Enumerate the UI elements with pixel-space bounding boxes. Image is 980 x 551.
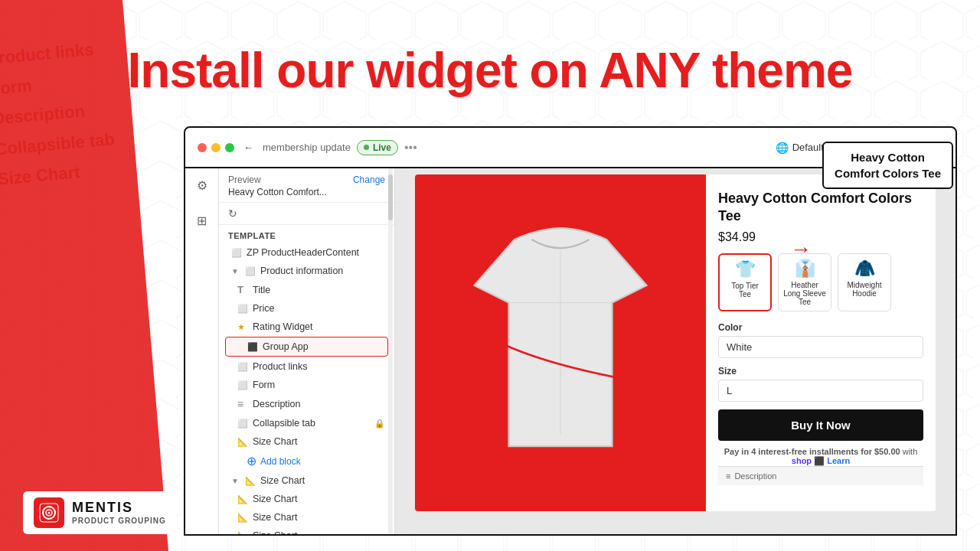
description-bar: ≡ Description (718, 466, 923, 485)
product-image-area (415, 174, 706, 511)
add-block-icon: ⊕ (247, 454, 256, 468)
price-icon: ⬜ (237, 304, 248, 314)
default-theme-label: Default (792, 142, 824, 153)
zp-header-label: ZP ProductHeaderContent (247, 247, 359, 258)
product-details: Heavy Cotton Comfort Colors Tee $34.99 👕… (706, 174, 936, 511)
product-preview: Heavy Cotton Comfort Colors Tee $34.99 👕… (415, 174, 936, 511)
installment-amount: $50.00 (874, 447, 900, 456)
product-info-arrow: ▼ (231, 267, 239, 276)
product-price: $34.99 (718, 230, 923, 244)
size-chart-2-label: Size Chart (253, 512, 297, 523)
add-block-button[interactable]: ⊕ Add block (219, 451, 394, 471)
rating-label: Rating Widget (253, 321, 313, 332)
size-chart-3-label: Size Chart (253, 530, 297, 534)
size-chart-section-arrow: ▼ (231, 477, 239, 485)
change-button[interactable]: Change (353, 174, 385, 185)
installment-learn[interactable]: Learn (827, 456, 850, 465)
size-label: Size (718, 366, 923, 377)
live-badge: Live (357, 140, 398, 155)
live-dot (364, 145, 369, 150)
tree-item-product-links[interactable]: ⬜ Product links (219, 357, 394, 376)
installment-prefix: Pay in 4 interest-free installments for (724, 447, 872, 456)
tree-item-product-info[interactable]: ▼ ⬜ Product information (219, 262, 394, 280)
tree-item-size-chart-section[interactable]: ▼ 📐 Size Chart (219, 471, 394, 490)
tree-item-title[interactable]: T Title (219, 280, 394, 299)
logo-sub: PRODUCT GROUPING (72, 517, 166, 526)
size-chart-section-icon: 📐 (245, 476, 256, 486)
variant-item-2[interactable]: 🧥 Midweight Hoodie (838, 253, 891, 311)
editor-panel: ⚙ ⊞ Preview Heavy Cotton Comfort... Chan… (184, 167, 957, 536)
preview-title: Heavy Cotton Comfort... (228, 187, 327, 197)
color-label: Color (718, 322, 923, 333)
variant-0-icon: 👕 (724, 259, 766, 279)
settings-icon[interactable]: ⚙ (191, 174, 213, 196)
tree-item-collapsible-tab[interactable]: ⬜ Collapsible tab 🔒 (219, 414, 394, 432)
description-label: Description (253, 399, 301, 409)
product-title: Heavy Cotton Comfort Colors Tee (718, 190, 923, 226)
product-links-icon: ⬜ (237, 362, 248, 372)
product-callout: Heavy Cotton Comfort Colors Tee (822, 142, 953, 189)
installment-pay-icon: ⬛ (814, 456, 825, 465)
logo-icon (34, 497, 64, 528)
tree-item-size-chart-2[interactable]: 📐 Size Chart (219, 508, 394, 527)
installment-service: shop (792, 456, 812, 465)
variant-2-label: Midweight Hoodie (843, 281, 886, 298)
size-chart-2-icon: 📐 (237, 513, 248, 523)
tree-item-zp-header[interactable]: ⬜ ZP ProductHeaderContent (219, 243, 394, 262)
logo-text: MENTIS PRODUCT GROUPING (72, 500, 166, 526)
variant-0-label: Top Tier Tee (724, 282, 766, 298)
sidebar-icons: ⚙ ⊞ (185, 167, 219, 534)
more-options-icon[interactable]: ••• (404, 141, 417, 155)
tree-item-size-chart-1[interactable]: 📐 Size Chart (219, 490, 394, 508)
product-info-icon: ⬜ (245, 266, 256, 276)
description-label: Description (734, 471, 776, 481)
size-chart-label: Size Chart (253, 436, 297, 447)
red-arrow: → (790, 237, 812, 262)
size-chart-1-icon: 📐 (237, 494, 248, 504)
color-value: White (718, 336, 923, 358)
variant-item-0[interactable]: 👕 Top Tier Tee (718, 253, 772, 311)
variant-2-icon: 🧥 (843, 259, 886, 279)
price-label: Price (253, 303, 274, 314)
variant-grid: 👕 Top Tier Tee 👔 Heather Long Sleeve Tee… (718, 253, 923, 311)
main-headline: Install our widget on ANY theme (0, 42, 980, 99)
tab-label: membership update (263, 142, 351, 153)
nav-back-icon[interactable]: ← (243, 142, 253, 153)
dot-red (198, 143, 207, 152)
layers-icon[interactable]: ⊞ (191, 210, 213, 231)
product-info-label: Product information (260, 266, 343, 276)
scrollbar-track (388, 167, 393, 534)
preview-label: Preview (228, 174, 327, 185)
preview-header: Preview Heavy Cotton Comfort... Change (219, 167, 394, 203)
collapsible-tab-label: Collapsible tab (253, 418, 315, 429)
title-icon: T (237, 284, 248, 295)
size-chart-3-icon: 📐 (237, 531, 248, 535)
tree-item-size-chart[interactable]: 📐 Size Chart (219, 432, 394, 451)
preview-area: Heavy Cotton Comfort Colors Tee $34.99 👕… (395, 167, 956, 534)
browser-dots (198, 143, 234, 152)
title-label: Title (253, 285, 270, 295)
template-panel: Preview Heavy Cotton Comfort... Change ↻… (219, 167, 395, 534)
installment-text: Pay in 4 interest-free installments for … (718, 447, 923, 466)
tree-item-size-chart-3[interactable]: 📐 Size Chart (219, 527, 394, 534)
refresh-icon[interactable]: ↻ (228, 207, 237, 220)
product-links-label: Product links (253, 361, 308, 372)
form-icon: ⬜ (237, 380, 248, 390)
svg-point-3 (48, 512, 51, 514)
template-header: Template (219, 225, 394, 243)
tree-item-price[interactable]: ⬜ Price (219, 299, 394, 318)
buy-button[interactable]: Buy It Now (718, 409, 923, 441)
scrollbar-thumb[interactable] (388, 174, 393, 220)
collapsible-tab-icon: ⬜ (237, 419, 248, 429)
tree-item-form[interactable]: ⬜ Form (219, 376, 394, 394)
size-chart-section-label: Size Chart (260, 475, 305, 486)
tree-item-rating[interactable]: ★ Rating Widget (219, 318, 394, 336)
tree-item-group-app[interactable]: ⬛ Group App (225, 337, 388, 357)
variant-item-1[interactable]: 👔 Heather Long Sleeve Tee (778, 253, 831, 311)
size-chart-1-label: Size Chart (253, 494, 297, 504)
dot-green (225, 143, 234, 152)
size-chart-icon: 📐 (237, 437, 248, 447)
description-icon: ≡ (726, 471, 730, 481)
tree-item-description[interactable]: ≡ Description (219, 394, 394, 414)
logo-brand: MENTIS (72, 500, 166, 517)
